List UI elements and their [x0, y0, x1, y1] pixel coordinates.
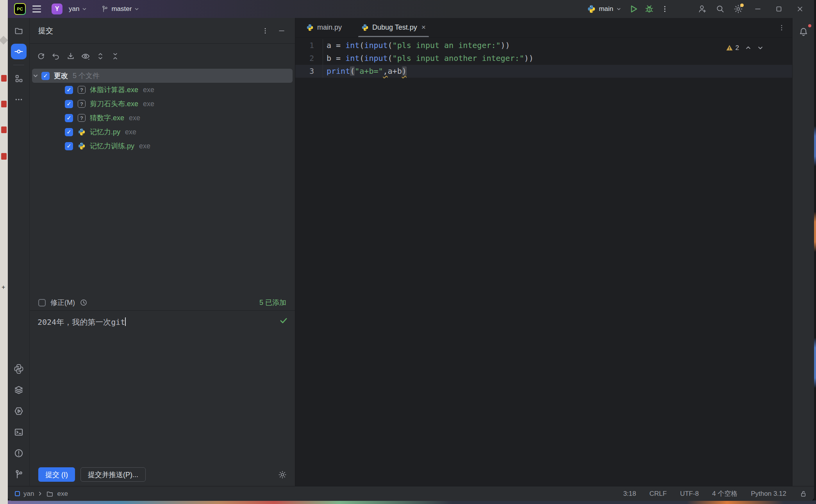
- undo-icon: [52, 52, 60, 61]
- left-tool-strip: [8, 18, 30, 486]
- file-name: 记忆力训练.py: [90, 141, 134, 151]
- changed-file-row[interactable]: ✓ 记忆力训练.py exe: [30, 139, 295, 153]
- git-branch-icon: [14, 469, 24, 479]
- line-number[interactable]: 1: [295, 39, 323, 52]
- desktop-artifact: [1, 75, 7, 82]
- changed-file-row[interactable]: ✓ ? 猜数字.exe exe: [30, 111, 295, 125]
- commit-checks-passed-icon[interactable]: [279, 316, 288, 325]
- tool-run-button[interactable]: [11, 403, 27, 419]
- commit-panel-hide-button[interactable]: [275, 24, 289, 38]
- project-selector[interactable]: yan: [66, 5, 89, 13]
- tool-git-button[interactable]: [11, 467, 27, 482]
- git-branch-icon: [101, 5, 109, 13]
- refresh-button[interactable]: [34, 50, 48, 63]
- unknown-filetype-icon: ?: [78, 86, 86, 94]
- collapse-all-button[interactable]: [109, 50, 122, 63]
- changed-file-row[interactable]: ✓ ? 剪刀石头布.exe exe: [30, 97, 295, 111]
- breadcrumb-project[interactable]: yan: [23, 490, 34, 498]
- project-name: yan: [69, 5, 79, 13]
- folder-icon: [14, 26, 23, 35]
- added-count-label: 5 已添加: [259, 298, 286, 307]
- commit-panel-header: 提交: [30, 18, 295, 44]
- commit-and-push-button[interactable]: 提交并推送(P)...: [80, 467, 146, 482]
- file-checkbox[interactable]: ✓: [65, 86, 73, 94]
- run-configuration-selector[interactable]: main: [587, 5, 621, 13]
- amend-checkbox[interactable]: [38, 299, 46, 306]
- commit-message-input[interactable]: 2024年，我的第一次git: [30, 310, 295, 467]
- gear-icon: [278, 470, 287, 479]
- debug-button[interactable]: [642, 2, 656, 16]
- expand-all-button[interactable]: [94, 50, 107, 63]
- warning-count-badge[interactable]: 2: [726, 41, 739, 54]
- maximize-button[interactable]: [770, 2, 787, 16]
- tab-dubug-test-py[interactable]: Dubug Test.py ×: [356, 18, 431, 37]
- prev-problem-button[interactable]: [745, 45, 751, 51]
- line-number[interactable]: 3: [295, 65, 323, 78]
- line-number[interactable]: 2: [295, 52, 323, 65]
- indent-setting[interactable]: 4 个空格: [712, 489, 737, 498]
- file-directory: exe: [139, 142, 150, 150]
- commit-button[interactable]: 提交 (I): [38, 467, 75, 482]
- tool-more-button[interactable]: [11, 92, 27, 107]
- branch-selector[interactable]: master: [98, 5, 141, 13]
- main-menu-button[interactable]: [30, 2, 44, 16]
- run-button[interactable]: [627, 2, 641, 16]
- shelve-icon: [66, 52, 75, 61]
- history-clock-icon[interactable]: [80, 299, 87, 306]
- code-editor[interactable]: 1 a = int(input("pls input an integer:")…: [295, 37, 792, 486]
- rollback-button[interactable]: [49, 50, 62, 63]
- line-separator[interactable]: CRLF: [649, 490, 666, 498]
- changed-file-row[interactable]: ✓ 记忆力.py exe: [30, 125, 295, 139]
- unlocked-icon[interactable]: [800, 490, 807, 497]
- close-button[interactable]: [791, 2, 809, 16]
- shelve-button[interactable]: [64, 50, 77, 63]
- breadcrumb-folder[interactable]: exe: [57, 490, 68, 498]
- file-checkbox[interactable]: ✓: [65, 114, 73, 122]
- more-dots-icon: [14, 95, 23, 104]
- file-name: 猜数字.exe: [90, 113, 124, 123]
- changed-file-row[interactable]: ✓ ? 体脂计算器.exe exe: [30, 83, 295, 97]
- chevron-down-icon: [134, 7, 139, 11]
- file-checkbox[interactable]: ✓: [65, 128, 73, 136]
- next-problem-button[interactable]: [757, 45, 763, 51]
- pycharm-logo-icon: PC: [14, 3, 26, 15]
- show-diff-button[interactable]: [79, 50, 92, 63]
- settings-notification-dot: [740, 4, 744, 7]
- chevron-right-icon: [37, 491, 43, 496]
- desktop-artifact: +: [2, 285, 6, 290]
- tool-problems-button[interactable]: [11, 445, 27, 461]
- tool-python-packages-button[interactable]: [11, 361, 27, 377]
- tool-structure-button[interactable]: [11, 71, 27, 86]
- notifications-button[interactable]: [796, 24, 811, 40]
- warning-triangle-icon: [726, 44, 733, 52]
- tool-services-button[interactable]: [11, 382, 27, 398]
- tab-main-py[interactable]: main.py: [301, 18, 347, 37]
- changes-group-checkbox[interactable]: ✓: [41, 72, 50, 80]
- tool-terminal-button[interactable]: [11, 424, 27, 440]
- python-interpreter[interactable]: Python 3.12: [751, 490, 786, 498]
- settings-button[interactable]: [731, 2, 745, 16]
- file-checkbox[interactable]: ✓: [65, 142, 73, 150]
- file-checkbox[interactable]: ✓: [65, 100, 73, 108]
- python-icon: [306, 24, 314, 31]
- run-hexagon-icon: [14, 406, 24, 416]
- code-with-me-button[interactable]: [695, 2, 709, 16]
- breadcrumb[interactable]: yan exe: [15, 490, 68, 498]
- tool-commit-button[interactable]: [11, 44, 27, 59]
- terminal-icon: [14, 427, 24, 437]
- changes-group-row[interactable]: ✓ 更改 5 个文件: [32, 69, 293, 83]
- caret-position[interactable]: 3:18: [623, 490, 636, 498]
- tool-project-button[interactable]: [11, 23, 27, 38]
- file-encoding[interactable]: UTF-8: [680, 490, 699, 498]
- unknown-filetype-icon: ?: [78, 114, 86, 122]
- search-everywhere-button[interactable]: [713, 2, 727, 16]
- commit-options-button[interactable]: [275, 468, 289, 482]
- refresh-icon: [37, 52, 45, 61]
- code-line: 2 b = int(input("pls input another integ…: [295, 52, 792, 65]
- more-actions-button[interactable]: [658, 2, 672, 16]
- module-icon: [15, 491, 20, 496]
- editor-options-button[interactable]: [778, 24, 785, 31]
- minimize-button[interactable]: [749, 2, 766, 16]
- tab-close-icon[interactable]: ×: [421, 23, 426, 32]
- commit-panel-options-button[interactable]: [258, 24, 272, 38]
